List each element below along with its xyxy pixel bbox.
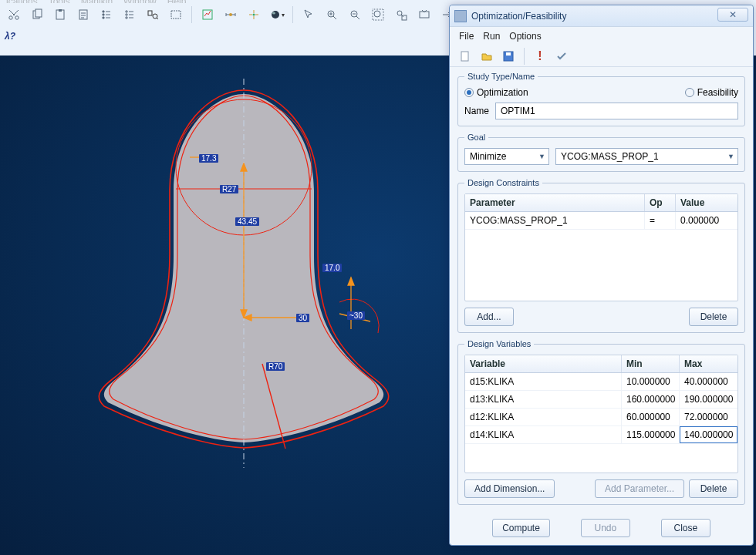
sphere-icon[interactable]: ▾: [268, 5, 286, 24]
goal-group: Goal Minimize▼ YCOG:MASS_PROP_1▼: [457, 133, 745, 172]
table-row[interactable]: d15:KLIKA 10.000000 40.000000: [465, 373, 737, 391]
svg-rect-5: [59, 9, 62, 12]
undo-button: Undo: [581, 519, 630, 537]
cursor-icon[interactable]: [299, 5, 318, 24]
dialog-icon: [454, 10, 467, 22]
dialog-footer: Compute Undo Close: [450, 513, 753, 545]
find-icon[interactable]: [143, 5, 162, 24]
check-icon[interactable]: [554, 49, 569, 64]
add-constraint-button[interactable]: Add...: [464, 308, 514, 326]
table-row[interactable]: d14:KLIKA 115.000000 140.000000: [465, 426, 737, 444]
dialog-toolbar: !: [450, 45, 753, 67]
new-icon[interactable]: [457, 49, 473, 64]
delete-variable-button[interactable]: Delete: [689, 479, 738, 498]
menu-run[interactable]: Run: [483, 31, 500, 42]
svg-point-12: [253, 14, 255, 16]
name-input[interactable]: OPTIM1: [495, 103, 738, 119]
dim-d3: 43.45: [235, 217, 259, 226]
compute-button[interactable]: Compute: [492, 519, 550, 537]
clipboard-icon[interactable]: [74, 5, 93, 24]
add-dimension-button[interactable]: Add Dimension...: [464, 479, 555, 498]
menu-options[interactable]: Options: [509, 31, 541, 42]
copy-icon[interactable]: [28, 5, 46, 24]
chart-icon[interactable]: [198, 5, 217, 24]
dialog-title: Optimization/Feasibility: [471, 11, 566, 22]
svg-rect-10: [203, 10, 212, 19]
dim-d6: ~30: [347, 311, 365, 320]
optimization-dialog: Optimization/Feasibility ✕ File Run Opti…: [449, 5, 754, 546]
zoom-sel-icon[interactable]: [392, 5, 410, 24]
table-row[interactable]: d13:KLIKA 160.000000 190.000000: [465, 391, 737, 409]
svg-rect-39: [506, 52, 511, 56]
svg-rect-3: [35, 9, 42, 17]
zoom-in-icon[interactable]: [322, 5, 341, 24]
close-button[interactable]: Close: [661, 519, 710, 537]
study-type-group: Study Type/Name Optimization Feasibility…: [457, 72, 745, 126]
delete-constraint-button[interactable]: Delete: [689, 308, 738, 326]
svg-point-17: [374, 11, 380, 17]
svg-point-0: [9, 16, 12, 19]
svg-rect-37: [461, 52, 468, 61]
menu-file[interactable]: File: [459, 31, 474, 42]
cut-icon[interactable]: [5, 5, 23, 24]
list2-icon[interactable]: [120, 5, 139, 24]
dim-d4: 30: [296, 314, 309, 322]
goal-param-select[interactable]: YCOG:MASS_PROP_1▼: [555, 148, 738, 165]
constraints-group: Design Constraints Parameter Op Value YC…: [457, 178, 745, 333]
radio-optimization[interactable]: Optimization: [464, 87, 528, 98]
dim-d1: 17.3: [199, 154, 218, 163]
name-label: Name: [464, 106, 489, 116]
dim-d7: R70: [266, 362, 285, 371]
alert-icon[interactable]: !: [532, 49, 548, 64]
close-icon[interactable]: ✕: [717, 8, 748, 22]
dialog-titlebar[interactable]: Optimization/Feasibility ✕: [450, 5, 753, 27]
svg-point-14: [272, 12, 275, 15]
zoom-fit-icon[interactable]: [369, 5, 387, 24]
add-parameter-button: Add Parameter...: [595, 479, 684, 498]
dim-d2: R27: [220, 185, 238, 193]
variables-table[interactable]: Variable Min Max d15:KLIKA 10.000000 40.…: [464, 355, 738, 473]
open-icon[interactable]: [479, 49, 494, 64]
svg-point-11: [229, 13, 232, 16]
list1-icon[interactable]: [97, 5, 116, 24]
paste-icon[interactable]: [51, 5, 69, 24]
constraints-table[interactable]: Parameter Op Value YCOG:MASS_PROP_1 = 0.…: [464, 193, 738, 301]
svg-point-13: [272, 11, 279, 18]
select-rect-icon[interactable]: [167, 5, 185, 24]
radio-feasibility[interactable]: Feasibility: [685, 87, 738, 98]
variables-group: Design Variables Variable Min Max d15:KL…: [457, 339, 745, 505]
svg-rect-9: [171, 11, 181, 18]
dim-d5: 17.0: [322, 264, 342, 272]
sparkle-icon[interactable]: [245, 5, 263, 24]
radio-dot-icon: [464, 88, 474, 97]
table-row[interactable]: YCOG:MASS_PROP_1 = 0.000000: [465, 212, 737, 230]
svg-marker-35: [348, 278, 354, 285]
table-row[interactable]: d12:KLIKA 60.000000 72.000000: [465, 409, 737, 426]
refit-icon[interactable]: [415, 5, 434, 24]
radio-dot-icon: [685, 88, 694, 97]
svg-rect-7: [148, 11, 152, 15]
dialog-menubar: File Run Options: [450, 27, 753, 45]
save-icon[interactable]: [501, 49, 516, 64]
zoom-out-icon[interactable]: [346, 5, 364, 24]
measure-icon[interactable]: [221, 5, 240, 24]
goal-mode-select[interactable]: Minimize▼: [464, 148, 549, 165]
svg-point-1: [15, 16, 19, 19]
